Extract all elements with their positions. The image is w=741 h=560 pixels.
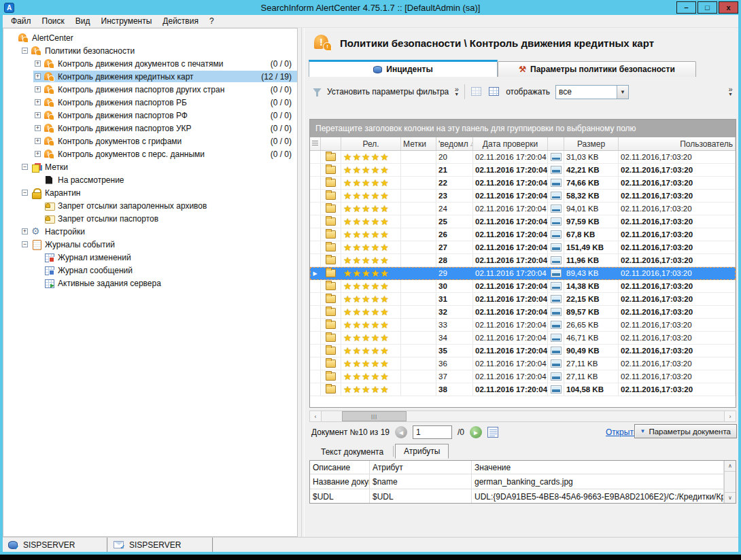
tree-expand-toggle[interactable]: + (35, 138, 41, 144)
table-row[interactable]: ★★★★★3702.11.2016 17:20:0427,11 KB02.11.… (310, 370, 736, 383)
table-row[interactable]: ★★★★★2602.11.2016 17:20:0467,8 KB02.11.2… (310, 228, 736, 241)
table-row[interactable]: ▶★★★★★2902.11.2016 17:20:0489,43 KB02.11… (310, 267, 736, 280)
document-view-icon[interactable] (487, 427, 498, 438)
tab-attributes[interactable]: Атрибуты (395, 444, 449, 459)
display-filter-select[interactable]: все ▼ (555, 85, 629, 99)
page-number-input[interactable]: 1 (413, 425, 452, 439)
filter-button[interactable]: Установить параметры фильтра (327, 87, 449, 97)
table-row[interactable]: ★★★★★2702.11.2016 17:20:04151,49 KB02.11… (310, 241, 736, 254)
table-row[interactable]: ★★★★★2002.11.2016 17:20:0431,03 KB02.11.… (310, 151, 736, 164)
tree-expand-toggle[interactable]: − (22, 164, 28, 170)
tree-expand-toggle[interactable]: − (22, 241, 28, 247)
menu-item-Инструменты[interactable]: Инструменты (96, 16, 158, 27)
col-relevance[interactable]: Рел. (341, 137, 401, 150)
table-row[interactable]: ★★★★★3502.11.2016 17:20:0490,49 KB02.11.… (310, 345, 736, 357)
tree-node[interactable]: Журнал сообщений (3, 264, 297, 277)
attr-col-header[interactable]: Атрибут (370, 461, 472, 474)
tree-expand-toggle[interactable]: + (35, 99, 41, 105)
col-check-date[interactable]: Дата проверки (473, 137, 548, 150)
table-row[interactable]: ★★★★★2502.11.2016 17:20:0497,59 KB02.11.… (310, 215, 736, 228)
next-page-button[interactable]: ► (470, 426, 482, 438)
tree-expand-toggle[interactable]: + (35, 151, 41, 157)
tree-node[interactable]: +Контроль движения паспортов УКР(0 / 0) (3, 122, 297, 135)
tree-node[interactable]: Активные задания сервера (3, 277, 297, 290)
tree-node[interactable]: +Настройки (3, 225, 297, 238)
tree-node[interactable]: +Контроль движения документов с печатями… (3, 57, 297, 70)
relevance-stars: ★★★★★ (343, 320, 390, 330)
prev-page-button[interactable]: ◄ (395, 426, 407, 438)
col-folder[interactable] (321, 137, 341, 150)
col-labels[interactable]: Метки (401, 137, 436, 150)
menu-item-Действия[interactable]: Действия (157, 16, 204, 27)
col-user[interactable]: Пользователь (619, 137, 736, 150)
attributes-vscrollbar[interactable]: ∧ ∨ (724, 461, 736, 503)
menu-item-Поиск[interactable]: Поиск (37, 16, 70, 27)
tab-document-text[interactable]: Текст документа (313, 445, 392, 459)
attr-row[interactable]: $UDL$UDLUDL:{9DA91BE5-4BE8-45A6-9663-E9B… (310, 489, 724, 503)
col-notification[interactable]: 'ведомл△ (436, 137, 473, 150)
tree-node[interactable]: AlertCenter (3, 31, 297, 44)
tree-expand-toggle[interactable]: + (35, 73, 41, 80)
toolbar-overflow-chevron[interactable]: »▼ (728, 87, 733, 97)
panel-splitter[interactable] (298, 28, 307, 537)
scroll-down-icon[interactable]: ∨ (725, 492, 736, 503)
col-size[interactable]: Размер (564, 137, 619, 150)
table-row[interactable]: ★★★★★2302.11.2016 17:20:0458,32 KB02.11.… (310, 190, 736, 203)
tree-node[interactable]: +Контроль движения кредитных карт(12 / 1… (3, 70, 297, 83)
grid-hscrollbar[interactable]: ‹ ||| › (309, 410, 736, 422)
table-row[interactable]: ★★★★★2202.11.2016 17:20:0474,66 KB02.11.… (310, 177, 736, 190)
scroll-up-icon[interactable]: ∧ (725, 461, 736, 472)
table-row[interactable]: ★★★★★2802.11.2016 17:20:0411,96 KB02.11.… (310, 254, 736, 267)
table-row[interactable]: ★★★★★3002.11.2016 17:20:0414,38 KB02.11.… (310, 280, 736, 293)
attr-col-header[interactable]: Описание (310, 461, 370, 474)
table-row[interactable]: ★★★★★3302.11.2016 17:20:0426,65 KB02.11.… (310, 319, 736, 332)
tree-node[interactable]: На рассмотрение (3, 173, 297, 186)
tab-policy-params[interactable]: ⚒ Параметры политики безопасности (498, 61, 696, 77)
tree-node[interactable]: Запрет отсылки запароленных архивов (3, 199, 297, 212)
scroll-left-icon[interactable]: ‹ (310, 411, 322, 421)
tree-node[interactable]: Журнал изменений (3, 251, 297, 264)
tree-node[interactable]: +Контроль движения паспортов РФ(0 / 0) (3, 109, 297, 122)
menu-item-Вид[interactable]: Вид (70, 16, 96, 27)
tree-expand-toggle[interactable]: + (35, 60, 41, 67)
document-params-button[interactable]: ▼ Параметры документа (634, 424, 738, 438)
tree-expand-toggle[interactable]: + (35, 125, 41, 131)
table-row[interactable]: ★★★★★3202.11.2016 17:20:0489,57 KB02.11.… (310, 306, 736, 319)
tab-incidents[interactable]: Инциденты (309, 60, 498, 77)
tree-node[interactable]: Запрет отсылки паспортов (3, 212, 297, 225)
filter-chevron[interactable]: »▼ (454, 87, 459, 97)
tree-expand-toggle[interactable]: + (22, 228, 28, 234)
attr-col-header[interactable]: Значение (472, 461, 724, 474)
menu-item-?[interactable]: ? (204, 16, 220, 27)
menu-item-Файл[interactable]: Файл (5, 16, 37, 27)
maximize-button[interactable]: □ (697, 1, 717, 14)
tree-node[interactable]: +Контроль движения паспортов РБ(0 / 0) (3, 96, 297, 109)
grid-customize-header[interactable] (310, 137, 321, 150)
tree-node[interactable]: +Контроль движения паспортов других стра… (3, 83, 297, 96)
table-view-icon[interactable] (488, 86, 500, 97)
close-button[interactable]: x (719, 1, 738, 14)
combo-arrow-icon[interactable]: ▼ (617, 86, 628, 99)
table-row[interactable]: ★★★★★3102.11.2016 17:20:0422,15 KB02.11.… (310, 293, 736, 306)
table-row[interactable]: ★★★★★2402.11.2016 17:20:0494,01 KB02.11.… (310, 203, 736, 215)
table-row[interactable]: ★★★★★3802.11.2016 17:20:04104,58 KB02.11… (310, 383, 736, 396)
tree-expand-toggle[interactable]: − (22, 48, 28, 54)
col-doc-type[interactable] (548, 137, 564, 150)
tree-node[interactable]: +Контроль документов с грифами(0 / 0) (3, 135, 297, 147)
tree-expand-toggle[interactable]: − (22, 190, 28, 196)
tree-node[interactable]: −Журналы событий (3, 238, 297, 251)
table-row[interactable]: ★★★★★3402.11.2016 17:20:0446,71 KB02.11.… (310, 332, 736, 345)
tree-node[interactable]: −Метки (3, 160, 297, 173)
tree-node[interactable]: +Контроль документов с перс. данными(0 /… (3, 147, 297, 160)
table-row[interactable]: ★★★★★2102.11.2016 17:20:0442,21 KB02.11.… (310, 164, 736, 177)
tree-expand-toggle[interactable]: + (35, 86, 41, 92)
tree-node[interactable]: −Политики безопасности (3, 44, 297, 57)
tree-expand-toggle[interactable]: + (35, 112, 41, 118)
group-by-panel[interactable]: Перетащите заголовок колонки на эту пане… (310, 120, 736, 137)
table-row[interactable]: ★★★★★3602.11.2016 17:20:0427,11 KB02.11.… (310, 357, 736, 370)
attr-row[interactable]: Название документа$namegerman_banking_ca… (310, 474, 724, 489)
hscroll-thumb[interactable]: ||| (342, 411, 407, 421)
scroll-right-icon[interactable]: › (724, 411, 736, 421)
minimize-button[interactable]: – (676, 1, 696, 14)
tree-node[interactable]: −Карантин (3, 186, 297, 199)
